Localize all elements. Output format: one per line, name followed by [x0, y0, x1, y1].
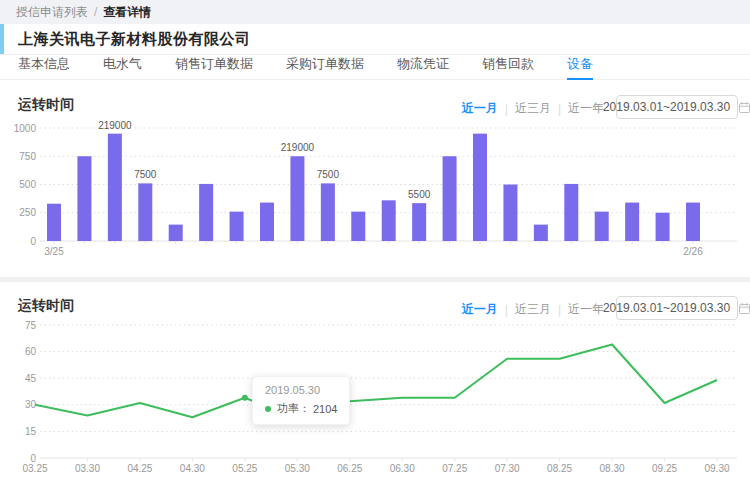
x-tick-label: 06.25 — [337, 463, 362, 474]
y-tick-label: 75 — [25, 320, 37, 331]
tab-purchase-orders[interactable]: 采购订单数据 — [286, 55, 364, 79]
bar[interactable] — [260, 203, 274, 241]
tab-utilities[interactable]: 电水气 — [103, 55, 142, 79]
range-last-month[interactable]: 近一月 — [462, 100, 498, 117]
y-tick-label: 30 — [25, 399, 37, 410]
bar[interactable] — [77, 156, 91, 241]
bar[interactable] — [199, 184, 213, 241]
tab-logistics-docs[interactable]: 物流凭证 — [397, 55, 449, 79]
bar[interactable] — [351, 212, 365, 241]
bar[interactable] — [503, 185, 517, 242]
chart-title: 运转时间 — [18, 297, 74, 315]
bar[interactable] — [686, 203, 700, 241]
y-tick-label: 0 — [30, 236, 36, 247]
page-title: 上海关讯电子新材料股份有限公司 — [18, 30, 251, 49]
x-tick-label: 3/25 — [44, 246, 64, 257]
range-last-quarter[interactable]: 近三月 — [515, 100, 551, 117]
breadcrumb-current: 查看详情 — [103, 4, 151, 21]
x-tick-label: 08.25 — [547, 463, 572, 474]
runtime-line-chart[interactable]: 0153045607503.2503.3004.2504.3005.2505.3… — [0, 315, 750, 481]
breadcrumb: 授信申请列表 / 查看详情 — [0, 0, 750, 24]
tab-sales-orders[interactable]: 销售订单数据 — [175, 55, 253, 79]
page-title-row: 上海关讯电子新材料股份有限公司 — [0, 24, 750, 55]
calendar-icon — [738, 101, 750, 114]
bar[interactable] — [443, 156, 457, 241]
y-tick-label: 250 — [19, 207, 36, 218]
bar-value-label: 5500 — [408, 189, 431, 200]
bar[interactable] — [534, 225, 548, 241]
series-dot-icon — [265, 406, 271, 412]
y-tick-label: 60 — [25, 346, 37, 357]
x-tick-label: 09.25 — [652, 463, 677, 474]
chart-tooltip: 2019.05.30 功率： 2104 — [252, 376, 350, 425]
runtime-line-chart-card: 运转时间 近一月 | 近三月 | 近一年 2019.03.01~2019.03.… — [0, 282, 750, 484]
bar[interactable] — [230, 212, 244, 241]
tab-sales-collections[interactable]: 销售回款 — [482, 55, 534, 79]
tab-bar: 基本信息电水气销售订单数据采购订单数据物流凭证销售回款设备 — [0, 55, 750, 80]
tab-equipment[interactable]: 设备 — [567, 55, 593, 79]
bar[interactable] — [564, 184, 578, 241]
breadcrumb-parent-link[interactable]: 授信申请列表 — [16, 4, 88, 21]
y-tick-label: 750 — [19, 151, 36, 162]
x-tick-label: 07.30 — [495, 463, 520, 474]
x-tick-label: 09.30 — [704, 463, 729, 474]
bar[interactable] — [108, 134, 122, 241]
date-range-picker[interactable]: 2019.03.01~2019.03.30 — [616, 95, 738, 119]
x-tick-label: 08.30 — [600, 463, 625, 474]
y-tick-label: 45 — [25, 373, 37, 384]
bar[interactable] — [595, 212, 609, 241]
range-separator: | — [505, 102, 508, 116]
y-tick-label: 500 — [19, 179, 36, 190]
chart-title: 运转时间 — [18, 96, 74, 114]
y-tick-label: 0 — [30, 453, 36, 464]
bar[interactable] — [473, 134, 487, 241]
x-tick-label: 05.25 — [232, 463, 257, 474]
x-tick-label: 03.25 — [22, 463, 47, 474]
x-tick-label: 04.25 — [127, 463, 152, 474]
breadcrumb-separator: / — [94, 5, 97, 19]
range-last-year[interactable]: 近一年 — [568, 100, 604, 117]
bar[interactable] — [382, 200, 396, 241]
bar-value-label: 7500 — [134, 169, 157, 180]
bar[interactable] — [290, 156, 304, 241]
highlighted-point[interactable] — [242, 395, 248, 401]
bar[interactable] — [47, 204, 61, 241]
y-tick-label: 1000 — [14, 123, 37, 134]
date-range-value: 2019.03.01~2019.03.30 — [603, 301, 730, 315]
bar[interactable] — [656, 213, 670, 241]
date-range-value: 2019.03.01~2019.03.30 — [603, 100, 730, 114]
x-tick-label: 07.25 — [442, 463, 467, 474]
x-tick-label: 04.30 — [180, 463, 205, 474]
range-separator: | — [558, 102, 561, 116]
runtime-bar-chart[interactable]: 025050075010002190007500219000750055003/… — [0, 118, 750, 268]
x-tick-label: 06.30 — [390, 463, 415, 474]
runtime-bar-chart-card: 运转时间 近一月 | 近三月 | 近一年 2019.03.01~2019.03.… — [0, 81, 750, 277]
bar-value-label: 7500 — [317, 169, 340, 180]
y-tick-label: 15 — [25, 426, 37, 437]
tooltip-value: 2104 — [313, 403, 337, 415]
bar[interactable] — [321, 183, 335, 241]
bar[interactable] — [138, 183, 152, 241]
x-tick-label: 2/26 — [683, 246, 703, 257]
x-tick-label: 05.30 — [285, 463, 310, 474]
tooltip-date: 2019.05.30 — [265, 384, 337, 396]
tooltip-series-label: 功率： — [277, 401, 310, 416]
x-tick-label: 03.30 — [75, 463, 100, 474]
bar[interactable] — [169, 225, 183, 241]
title-accent-strip — [0, 24, 4, 54]
bar-value-label: 219000 — [281, 142, 315, 153]
bar-value-label: 219000 — [98, 120, 132, 131]
tab-basic-info[interactable]: 基本信息 — [18, 55, 70, 79]
line-series[interactable] — [35, 345, 717, 419]
calendar-icon — [738, 302, 750, 315]
bar[interactable] — [412, 203, 426, 241]
bar[interactable] — [625, 203, 639, 241]
time-range-selector: 近一月 | 近三月 | 近一年 — [462, 100, 604, 117]
